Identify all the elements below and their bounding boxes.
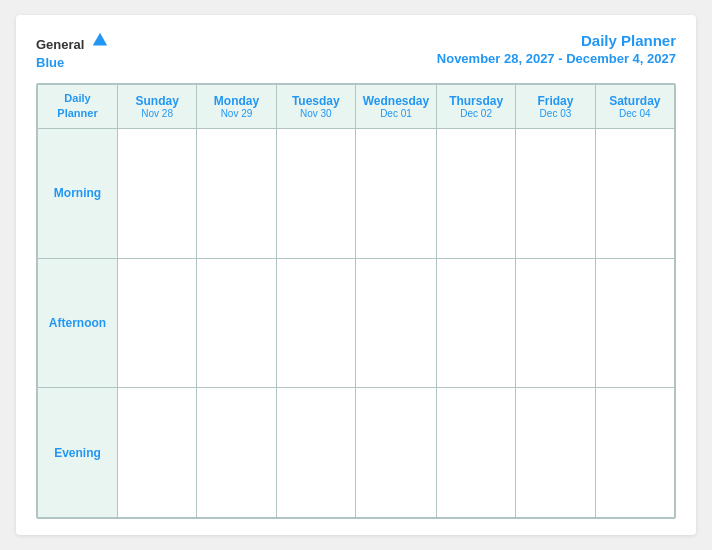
col-thu-date: Dec 02: [439, 108, 513, 119]
col-header-tue: Tuesday Nov 30: [276, 85, 355, 129]
title-area: Daily Planner November 28, 2027 - Decemb…: [437, 31, 676, 67]
col-header-sat: Saturday Dec 04: [595, 85, 674, 129]
afternoon-tue[interactable]: [276, 258, 355, 388]
col-fri-date: Dec 03: [518, 108, 592, 119]
col-header-thu: Thursday Dec 02: [436, 85, 515, 129]
evening-sat[interactable]: [595, 388, 674, 518]
evening-tue[interactable]: [276, 388, 355, 518]
col-thu-name: Thursday: [439, 94, 513, 108]
evening-mon[interactable]: [197, 388, 276, 518]
col-header-wed: Wednesday Dec 01: [355, 85, 436, 129]
col-wed-date: Dec 01: [358, 108, 434, 119]
logo: General Blue: [36, 31, 109, 71]
col-header-mon: Monday Nov 29: [197, 85, 276, 129]
col-tue-name: Tuesday: [279, 94, 353, 108]
morning-fri[interactable]: [516, 128, 595, 258]
morning-mon[interactable]: [197, 128, 276, 258]
planner-table: Daily Planner Sunday Nov 28 Monday Nov 2…: [37, 84, 675, 518]
morning-sun[interactable]: [118, 128, 197, 258]
col-wed-name: Wednesday: [358, 94, 434, 108]
col-daily: Daily: [40, 91, 115, 106]
col-tue-date: Nov 30: [279, 108, 353, 119]
evening-fri[interactable]: [516, 388, 595, 518]
col-header-fri: Friday Dec 03: [516, 85, 595, 129]
afternoon-thu[interactable]: [436, 258, 515, 388]
col-mon-name: Monday: [199, 94, 273, 108]
morning-thu[interactable]: [436, 128, 515, 258]
svg-marker-0: [93, 33, 107, 46]
col-sun-date: Nov 28: [120, 108, 194, 119]
afternoon-label: Afternoon: [38, 258, 118, 388]
col-header-sun: Sunday Nov 28: [118, 85, 197, 129]
planner-page: General Blue Daily Planner November 28, …: [16, 15, 696, 535]
header: General Blue Daily Planner November 28, …: [36, 31, 676, 71]
logo-blue: Blue: [36, 55, 64, 70]
evening-sun[interactable]: [118, 388, 197, 518]
afternoon-fri[interactable]: [516, 258, 595, 388]
afternoon-sun[interactable]: [118, 258, 197, 388]
col-fri-name: Friday: [518, 94, 592, 108]
col-sat-name: Saturday: [598, 94, 672, 108]
col-mon-date: Nov 29: [199, 108, 273, 119]
col-sun-name: Sunday: [120, 94, 194, 108]
col-planner: Planner: [40, 106, 115, 121]
afternoon-mon[interactable]: [197, 258, 276, 388]
planner-title: Daily Planner: [437, 31, 676, 51]
morning-sat[interactable]: [595, 128, 674, 258]
evening-thu[interactable]: [436, 388, 515, 518]
planner-subtitle: November 28, 2027 - December 4, 2027: [437, 51, 676, 68]
logo-text: General Blue: [36, 31, 109, 71]
evening-label: Evening: [38, 388, 118, 518]
afternoon-row: Afternoon: [38, 258, 675, 388]
morning-tue[interactable]: [276, 128, 355, 258]
col-sat-date: Dec 04: [598, 108, 672, 119]
evening-wed[interactable]: [355, 388, 436, 518]
morning-wed[interactable]: [355, 128, 436, 258]
col-header-label: Daily Planner: [38, 85, 118, 129]
planner-grid: Daily Planner Sunday Nov 28 Monday Nov 2…: [36, 83, 676, 519]
logo-general: General: [36, 37, 84, 52]
evening-row: Evening: [38, 388, 675, 518]
afternoon-wed[interactable]: [355, 258, 436, 388]
morning-row: Morning: [38, 128, 675, 258]
morning-label: Morning: [38, 128, 118, 258]
afternoon-sat[interactable]: [595, 258, 674, 388]
column-headers: Daily Planner Sunday Nov 28 Monday Nov 2…: [38, 85, 675, 129]
logo-icon: [91, 31, 109, 49]
